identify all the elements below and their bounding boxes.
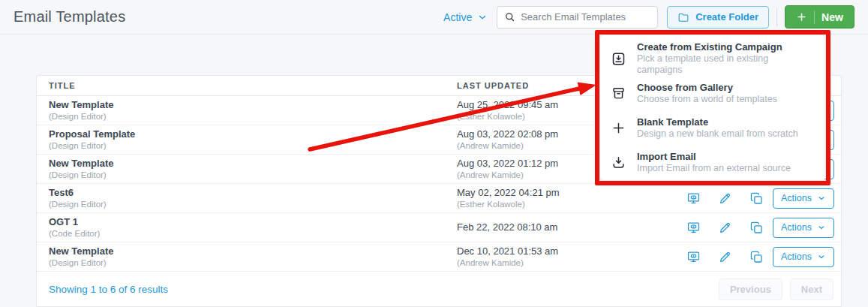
edit-icon[interactable] [716, 189, 734, 207]
menu-item-import-email[interactable]: Import Email Import Email from an extern… [600, 145, 825, 179]
duplicate-icon[interactable] [747, 248, 765, 266]
create-folder-button[interactable]: Create Folder [667, 6, 769, 29]
column-header-title: TITLE [49, 81, 457, 90]
previous-button[interactable]: Previous [719, 278, 782, 300]
duplicate-icon[interactable] [747, 189, 765, 207]
preview-icon[interactable] [684, 248, 702, 266]
plus-icon [796, 11, 807, 23]
toolbar-divider [776, 8, 777, 26]
menu-item-title: Create from Existing Campaign [637, 41, 815, 53]
menu-item-description: Choose from a world of templates [637, 94, 777, 105]
last-updated-by: (Esther Kolawole) [457, 199, 682, 209]
template-title: New Template [49, 99, 457, 111]
actions-button[interactable]: Actions [773, 218, 834, 238]
template-editor-type: (Design Editor) [49, 257, 457, 268]
template-title: Proposal Template [49, 128, 457, 140]
template-title: OGT 1 [49, 216, 457, 228]
chevron-down-icon [817, 252, 826, 261]
menu-item-description: Pick a template used in existing campaig… [637, 53, 815, 76]
template-title: Test6 [49, 187, 457, 199]
new-template-dropdown-menu: Create from Existing Campaign Pick a tem… [599, 35, 826, 181]
template-editor-type: (Code Editor) [49, 228, 457, 239]
last-updated-date: Feb 22, 2022 08:10 am [457, 221, 682, 233]
template-editor-type: (Design Editor) [49, 111, 457, 122]
topbar-actions: Active Create Folder New [443, 5, 854, 29]
edit-icon[interactable] [716, 218, 734, 236]
chevron-down-icon [817, 223, 826, 232]
preview-icon[interactable] [684, 189, 702, 207]
menu-item-title: Import Email [637, 151, 791, 163]
menu-item-choose-from-gallery[interactable]: Choose from Gallery Choose from a world … [600, 76, 825, 110]
create-folder-label: Create Folder [695, 11, 758, 23]
new-button-divider [814, 11, 815, 24]
template-title: New Template [49, 245, 457, 257]
column-header-last-updated: LAST UPDATED [457, 81, 529, 90]
topbar: Email Templates Active Create Folder New [0, 0, 868, 35]
actions-button[interactable]: Actions [773, 247, 834, 267]
page-title: Email Templates [14, 8, 125, 26]
pagination: Previous Next [719, 278, 833, 300]
template-editor-type: (Design Editor) [49, 170, 457, 180]
folder-icon [677, 11, 689, 23]
search-icon [504, 11, 515, 23]
edit-icon[interactable] [716, 248, 734, 266]
duplicate-icon[interactable] [747, 218, 765, 236]
search-box[interactable] [497, 6, 658, 29]
download-icon [611, 155, 626, 170]
menu-item-title: Choose from Gallery [637, 82, 777, 94]
last-updated-date: May 02, 2022 04:21 pm [457, 187, 682, 199]
new-button[interactable]: New [785, 5, 854, 29]
save-tray-icon [611, 51, 626, 67]
chevron-down-icon [817, 194, 826, 203]
last-updated-date: Dec 10, 2021 01:53 am [457, 245, 682, 257]
table-row[interactable]: New Template (Design Editor) Dec 10, 202… [37, 242, 841, 272]
menu-item-title: Blank Template [637, 116, 798, 128]
last-updated-by: (Andrew Kamide) [457, 257, 682, 268]
template-editor-type: (Design Editor) [49, 199, 457, 209]
chevron-down-icon [477, 12, 488, 23]
template-editor-type: (Design Editor) [49, 140, 457, 151]
table-row[interactable]: OGT 1 (Code Editor) Feb 22, 2022 08:10 a… [37, 213, 841, 242]
search-input[interactable] [521, 11, 650, 23]
preview-icon[interactable] [684, 218, 702, 236]
status-filter-dropdown[interactable]: Active [443, 11, 488, 23]
template-title: New Template [49, 158, 457, 170]
menu-item-create-from-existing-campaign[interactable]: Create from Existing Campaign Pick a tem… [600, 41, 825, 76]
plus-icon [611, 120, 626, 136]
menu-item-description: Design a new blank email from scratch [637, 128, 798, 140]
actions-button[interactable]: Actions [773, 188, 834, 209]
new-button-label: New [821, 11, 843, 23]
table-footer: Showing 1 to 6 of 6 results Previous Nex… [37, 272, 841, 307]
menu-item-blank-template[interactable]: Blank Template Design a new blank email … [600, 110, 825, 145]
table-row[interactable]: Test6 (Design Editor) May 02, 2022 04:21… [37, 184, 841, 213]
archive-box-icon [611, 86, 626, 101]
status-filter-label: Active [443, 11, 472, 23]
results-summary: Showing 1 to 6 of 6 results [49, 284, 168, 295]
next-button[interactable]: Next [790, 278, 833, 300]
menu-item-description: Import Email from an external source [637, 163, 791, 174]
